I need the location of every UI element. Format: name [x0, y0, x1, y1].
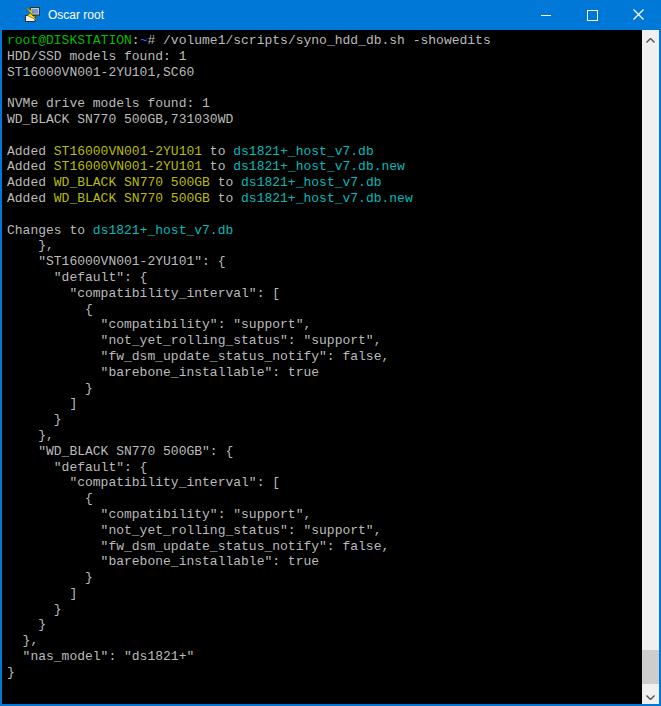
terminal-line: ]: [7, 586, 642, 602]
terminal-line: }: [7, 412, 642, 428]
terminal-line: {: [7, 491, 642, 507]
terminal-line: "fw_dsm_update_status_notify": false,: [7, 539, 642, 555]
terminal-line: [7, 207, 642, 223]
caption-buttons: [523, 0, 661, 30]
terminal-line: }: [7, 381, 642, 397]
terminal-line: Added WD_BLACK SN770 500GB to ds1821+_ho…: [7, 191, 642, 207]
minimize-icon: [541, 15, 551, 16]
chevron-up-icon: [646, 31, 655, 46]
terminal-line: {: [7, 302, 642, 318]
title-bar[interactable]: Oscar root: [0, 0, 661, 30]
terminal-line: "not_yet_rolling_status": "support",: [7, 523, 642, 539]
scroll-down-button[interactable]: [642, 687, 659, 704]
scrollbar[interactable]: [642, 30, 659, 704]
terminal-line: },: [7, 428, 642, 444]
terminal-line: "compatibility_interval": [: [7, 475, 642, 491]
terminal-lines[interactable]: root@DISKSTATION:~# /volume1/scripts/syn…: [2, 30, 642, 704]
maximize-icon: [587, 10, 598, 21]
terminal-line: }: [7, 665, 642, 681]
terminal-line: ]: [7, 396, 642, 412]
terminal-line: "default": {: [7, 460, 642, 476]
terminal-line: "compatibility": "support",: [7, 507, 642, 523]
terminal-line: "barebone_installable": true: [7, 554, 642, 570]
terminal-line: },: [7, 633, 642, 649]
maximize-button[interactable]: [569, 0, 615, 30]
terminal-line: "default": {: [7, 270, 642, 286]
terminal-line: }: [7, 570, 642, 586]
terminal-line: "not_yet_rolling_status": "support",: [7, 333, 642, 349]
terminal-line: "ST16000VN001-2YU101": {: [7, 254, 642, 270]
terminal-line: },: [7, 238, 642, 254]
scrollbar-thumb[interactable]: [642, 650, 659, 684]
terminal-line: "nas_model": "ds1821+": [7, 649, 642, 665]
close-button[interactable]: [615, 0, 661, 30]
terminal-line: "fw_dsm_update_status_notify": false,: [7, 349, 642, 365]
terminal-line: root@DISKSTATION:~# /volume1/scripts/syn…: [7, 33, 642, 49]
terminal-line: [7, 80, 642, 96]
putty-app-icon: [24, 7, 40, 23]
terminal-line: }: [7, 602, 642, 618]
chevron-down-icon: [646, 688, 655, 703]
terminal-line: "compatibility_interval": [: [7, 286, 642, 302]
terminal-line: ST16000VN001-2YU101,SC60: [7, 65, 642, 81]
terminal-line: "compatibility": "support",: [7, 317, 642, 333]
terminal-line: NVMe drive models found: 1: [7, 96, 642, 112]
terminal-line: Added ST16000VN001-2YU101 to ds1821+_hos…: [7, 159, 642, 175]
terminal-line: HDD/SSD models found: 1: [7, 49, 642, 65]
terminal-line: Added ST16000VN001-2YU101 to ds1821+_hos…: [7, 144, 642, 160]
terminal-line: Added WD_BLACK SN770 500GB to ds1821+_ho…: [7, 175, 642, 191]
terminal-line: "WD_BLACK SN770 500GB": {: [7, 444, 642, 460]
scroll-up-button[interactable]: [642, 30, 659, 47]
terminal-line: [7, 128, 642, 144]
terminal-line: Changes to ds1821+_host_v7.db: [7, 223, 642, 239]
terminal-line: "barebone_installable": true: [7, 365, 642, 381]
terminal-line: WD_BLACK SN770 500GB,731030WD: [7, 112, 642, 128]
window-title: Oscar root: [48, 0, 104, 30]
minimize-button[interactable]: [523, 0, 569, 30]
terminal-area: root@DISKSTATION:~# /volume1/scripts/syn…: [2, 30, 659, 704]
close-icon: [633, 8, 644, 23]
putty-window: Oscar root root@DISKSTATION:~# /volume1/…: [0, 0, 661, 706]
terminal-line: }: [7, 617, 642, 633]
